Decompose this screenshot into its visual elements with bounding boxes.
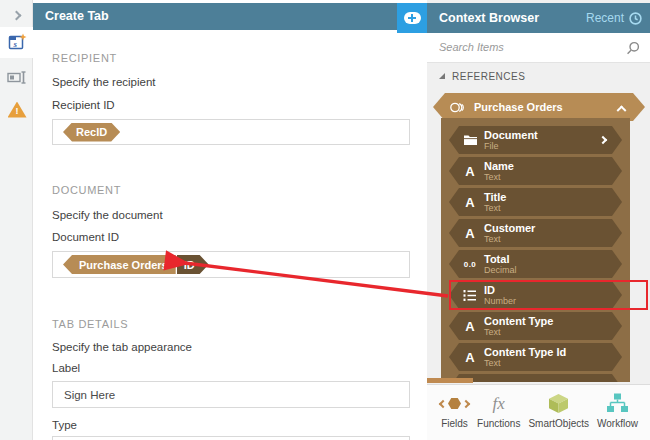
chevron-up-icon [617, 105, 627, 115]
dock-tab-smartobjects[interactable]: SmartObjects [528, 392, 589, 429]
label-input[interactable] [52, 381, 410, 408]
tab-control-properties[interactable] [0, 62, 34, 93]
references-label: REFERENCES [452, 71, 525, 82]
horizontal-scrollbar-thumb[interactable] [427, 378, 473, 383]
section-title-recipient: RECIPIENT [52, 52, 117, 64]
chevron-right-icon [599, 136, 607, 144]
recipient-id-field[interactable]: RecID [52, 119, 410, 145]
token-context-label: Purchase Orders [63, 255, 176, 274]
plus-icon [404, 12, 421, 24]
text-type-icon: A [458, 350, 482, 365]
purchase-orders-group-body: Document File A Name Text A Title Text [441, 118, 630, 382]
section-description: Specify the tab appearance [52, 341, 192, 353]
reference-item-content-type-id[interactable]: A Content Type Id Text [449, 343, 622, 371]
recent-label: Recent [586, 11, 624, 25]
form-designer-icon: s [8, 33, 27, 52]
collapse-panel-button[interactable] [0, 6, 33, 24]
references-icon [450, 101, 465, 114]
dock-tab-workflow[interactable]: Workflow [597, 392, 638, 429]
warning-exclamation: ! [16, 104, 19, 118]
svg-text:s: s [12, 39, 17, 49]
reference-item-total[interactable]: 0.0 Total Decimal [449, 250, 622, 278]
field-label-document-id: Document ID [52, 231, 119, 243]
recent-button[interactable]: Recent [586, 3, 642, 33]
chevron-right-icon [12, 10, 22, 20]
section-description: Specify the document [52, 209, 163, 221]
field-label-type: Type [52, 419, 77, 431]
reference-item-created[interactable]: Created [449, 374, 622, 382]
purchase-orders-group-header[interactable]: Purchase Orders [433, 93, 645, 121]
references-section-toggle[interactable]: REFERENCES [439, 66, 525, 86]
reference-item-title[interactable]: A Title Text [449, 188, 622, 216]
fx-icon: fx [493, 392, 505, 415]
panel-title: Create Tab [45, 9, 109, 23]
dock-tab-fields[interactable]: Fields [440, 392, 469, 429]
warning-triangle-icon: ! [8, 102, 27, 118]
dock-tab-functions[interactable]: fx Functions [477, 392, 520, 429]
token-field-label: ID [177, 255, 209, 274]
decimal-type-icon: 0.0 [458, 260, 482, 269]
fields-hexagon-icon [440, 392, 469, 415]
token-label: RecID [63, 123, 120, 142]
text-type-icon: A [458, 226, 482, 241]
reference-item-document[interactable]: Document File [449, 126, 622, 154]
create-tab-panel: Create Tab RECIPIENT Specify the recipie… [33, 0, 427, 440]
panel-header: Create Tab [33, 3, 427, 30]
tab-warnings[interactable]: ! [0, 94, 34, 125]
control-field-icon [7, 69, 28, 86]
context-browser-panel: Context Browser Recent REFERENCES [427, 0, 650, 440]
k2-designer-app: s ! Create Tab RECIPIENT Specify the rec… [0, 0, 650, 440]
folder-icon [458, 134, 482, 146]
text-type-icon: A [458, 195, 482, 210]
cube-icon [547, 392, 570, 415]
reference-item-id[interactable]: ID Number [449, 281, 622, 309]
context-browser-dock: Fields fx Functions SmartObjects [427, 384, 650, 440]
search-icon[interactable] [626, 41, 640, 55]
context-browser-title: Context Browser [439, 11, 539, 25]
token-purchase-orders-id[interactable]: Purchase Orders ID [63, 255, 209, 274]
search-bar [427, 33, 650, 63]
numbered-list-icon [458, 289, 482, 302]
reference-item-name[interactable]: A Name Text [449, 157, 622, 185]
workflow-tree-icon [606, 392, 629, 415]
section-description: Specify the recipient [52, 76, 156, 88]
clock-icon [629, 12, 642, 25]
token-recid[interactable]: RecID [63, 123, 120, 142]
group-title: Purchase Orders [474, 101, 563, 113]
tab-form-designer[interactable]: s [0, 27, 34, 58]
text-type-icon: A [458, 319, 482, 334]
section-title-document: DOCUMENT [52, 184, 121, 196]
add-button[interactable] [397, 3, 427, 33]
section-title-tab-details: TAB DETAILS [52, 318, 128, 330]
reference-item-customer[interactable]: A Customer Text [449, 219, 622, 247]
reference-item-content-type[interactable]: A Content Type Text [449, 312, 622, 340]
collapse-triangle-icon [439, 73, 445, 79]
document-id-field[interactable]: Purchase Orders ID [52, 251, 410, 278]
field-label-label: Label [52, 362, 80, 374]
field-label-recipient-id: Recipient ID [52, 99, 115, 111]
text-type-icon: A [458, 164, 482, 179]
tool-rail: s ! [0, 0, 33, 440]
search-input[interactable] [427, 33, 617, 61]
type-input[interactable] [52, 436, 410, 440]
